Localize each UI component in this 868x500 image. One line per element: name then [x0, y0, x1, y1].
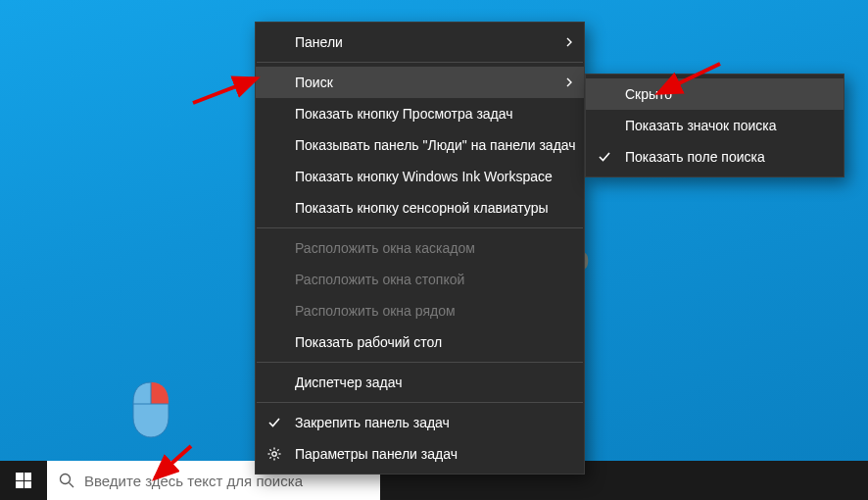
menu-item[interactable]: Параметры панели задач [256, 438, 584, 470]
menu-separator [257, 402, 583, 403]
menu-item-label: Показывать панель "Люди" на панели задач [295, 137, 576, 153]
menu-item-label: Поиск [295, 75, 333, 90]
menu-item-label: Диспетчер задач [295, 375, 403, 390]
check-icon [598, 150, 611, 164]
menu-item-label: Параметры панели задач [295, 446, 458, 462]
check-icon [267, 416, 281, 429]
windows-logo-icon [16, 473, 31, 488]
menu-item-label: Расположить окна рядом [295, 303, 456, 319]
svg-line-7 [269, 457, 270, 458]
menu-item[interactable]: Показать рабочий стол [256, 326, 584, 358]
menu-item-label: Расположить окна стопкой [295, 272, 464, 287]
svg-line-8 [277, 449, 278, 450]
menu-item[interactable]: Поиск [256, 67, 584, 98]
menu-item-label: Показать кнопку Просмотра задач [295, 106, 513, 122]
svg-line-6 [277, 457, 278, 458]
submenu-item[interactable]: Показать поле поиска [586, 141, 844, 173]
menu-separator [257, 227, 583, 228]
menu-item-label: Показать кнопку сенсорной клавиатуры [295, 200, 549, 216]
menu-item: Расположить окна стопкой [256, 264, 584, 295]
svg-line-5 [269, 449, 270, 450]
submenu-item[interactable]: Скрыто [586, 78, 844, 110]
search-submenu: СкрытоПоказать значок поискаПоказать пол… [585, 74, 844, 177]
menu-item[interactable]: Показать кнопку Windows Ink Workspace [256, 161, 584, 192]
menu-item[interactable]: Показать кнопку сенсорной клавиатуры [256, 192, 584, 224]
menu-separator [257, 362, 583, 363]
svg-point-14 [61, 475, 71, 484]
menu-item[interactable]: Показать кнопку Просмотра задач [256, 98, 584, 129]
menu-item[interactable]: Закрепить панель задач [256, 407, 584, 438]
submenu-item-label: Скрыто [625, 86, 672, 102]
taskbar-context-menu: ПанелиПоискПоказать кнопку Просмотра зад… [255, 22, 585, 475]
submenu-item-label: Показать поле поиска [625, 149, 765, 165]
menu-item-label: Расположить окна каскадом [295, 240, 475, 256]
menu-separator [257, 62, 583, 63]
search-input[interactable] [84, 473, 368, 489]
svg-line-15 [70, 483, 74, 488]
menu-item-label: Закрепить панель задач [295, 415, 450, 430]
rightclick-mouse-illustration [129, 380, 172, 439]
menu-item: Расположить окна каскадом [256, 232, 584, 264]
search-icon [59, 473, 74, 488]
svg-line-9 [193, 78, 257, 103]
svg-point-0 [272, 452, 276, 456]
gear-icon [267, 447, 281, 461]
menu-item-label: Показать рабочий стол [295, 334, 442, 350]
menu-item[interactable]: Диспетчер задач [256, 367, 584, 398]
menu-item[interactable]: Показывать панель "Люди" на панели задач [256, 129, 584, 161]
menu-item-label: Панели [295, 34, 343, 50]
chevron-right-icon [566, 77, 572, 87]
chevron-right-icon [566, 37, 572, 47]
submenu-item-label: Показать значок поиска [625, 118, 777, 133]
menu-item-label: Показать кнопку Windows Ink Workspace [295, 169, 553, 184]
start-button[interactable] [0, 461, 47, 500]
menu-item[interactable]: Панели [256, 26, 584, 58]
submenu-item[interactable]: Показать значок поиска [586, 110, 844, 141]
menu-item: Расположить окна рядом [256, 295, 584, 326]
